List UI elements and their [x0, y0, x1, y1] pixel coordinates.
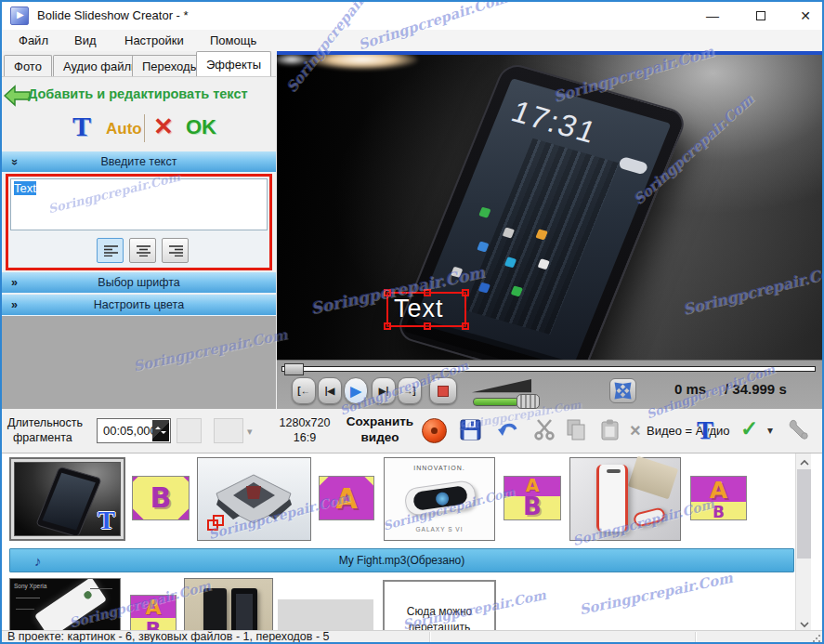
resize-handle[interactable]: [384, 322, 391, 330]
project-status: В проекте: картинок - 6, звуковых файлов…: [7, 630, 330, 643]
tools-icon[interactable]: [788, 418, 810, 441]
slide-text-badge: T: [98, 506, 115, 535]
editor-toolbar: T Auto ✕ OK: [2, 111, 276, 151]
video-preview[interactable]: 17:31 Text: [277, 51, 822, 360]
disabled-tool-button[interactable]: [177, 418, 202, 443]
menu-help[interactable]: Помощь: [204, 33, 262, 47]
ok-button[interactable]: OK: [186, 115, 216, 139]
video-audio-label: Видео = Аудио: [647, 424, 729, 438]
tab-photo[interactable]: Фото: [4, 55, 52, 76]
go-start-button[interactable]: [←: [292, 377, 316, 404]
align-left-button[interactable]: [97, 238, 124, 263]
empty-slot: [278, 599, 373, 630]
timeline-scrollbar[interactable]: [795, 453, 811, 630]
duration-label: Длительность фрагмента: [7, 416, 95, 445]
transition-thumbnail-4[interactable]: A B: [690, 476, 747, 520]
align-left-icon: [103, 244, 119, 256]
resize-handle[interactable]: [462, 289, 469, 296]
expand-icon: »: [11, 295, 18, 316]
auto-button[interactable]: Auto: [106, 120, 142, 138]
transition-thumbnail-1[interactable]: B: [132, 476, 190, 520]
add-text-tool-button[interactable]: T: [697, 416, 713, 445]
align-right-button[interactable]: [162, 238, 189, 263]
light-glare: [307, 55, 418, 70]
section-font[interactable]: » Выбор шрифта: [2, 272, 276, 294]
resize-grip[interactable]: [812, 634, 821, 643]
slide-thumbnail-2[interactable]: [197, 457, 311, 541]
seek-handle[interactable]: [284, 363, 304, 375]
transition-thumbnail-5[interactable]: A B: [130, 595, 177, 630]
menu-bar: Файл Вид Настройки Помощь: [2, 30, 822, 51]
minimize-button[interactable]: —: [697, 6, 728, 26]
apply-button[interactable]: ✓: [740, 416, 758, 441]
play-button[interactable]: ▶: [344, 377, 368, 404]
audio-track[interactable]: ♪ My Fight.mp3(Обрезано): [9, 548, 794, 572]
dropdown-caret-icon[interactable]: ▾: [247, 426, 253, 438]
spinner-buttons[interactable]: [152, 420, 169, 441]
transition-letter: B: [691, 503, 746, 520]
align-center-button[interactable]: [129, 238, 156, 263]
resize-handle[interactable]: [424, 322, 431, 330]
next-frame-button[interactable]: ▶|: [372, 377, 396, 404]
maximize-button[interactable]: [745, 6, 777, 26]
cancel-button[interactable]: ✕: [153, 112, 174, 141]
go-end-button[interactable]: →]: [398, 377, 422, 404]
drop-target-hint[interactable]: Сюда можно перетащить: [383, 580, 496, 630]
save-project-icon[interactable]: [459, 418, 482, 441]
duration-input[interactable]: 00:05,000: [97, 418, 171, 443]
tab-effects[interactable]: Эффекты: [196, 51, 271, 76]
scroll-down-button[interactable]: [796, 615, 812, 630]
resize-handle[interactable]: [384, 289, 391, 296]
volume-handle[interactable]: [517, 394, 540, 409]
text-input[interactable]: Text: [10, 178, 268, 230]
slide-thumbnail-1[interactable]: T: [9, 457, 125, 541]
galaxy-title: INNOVATION.: [385, 465, 494, 471]
paste-icon[interactable]: [598, 418, 621, 441]
menu-view[interactable]: Вид: [69, 33, 102, 47]
section-colors[interactable]: » Настроить цвета: [2, 295, 276, 316]
add-text-button[interactable]: T: [72, 111, 91, 142]
duration-value: 00:05,000: [103, 424, 157, 438]
transition-thumbnail-3[interactable]: A B: [504, 476, 561, 520]
transition-thumbnail-2[interactable]: A: [319, 476, 374, 520]
effect-badge-icon: [213, 515, 224, 526]
cut-icon[interactable]: [533, 418, 556, 441]
menu-settings[interactable]: Настройки: [119, 33, 190, 47]
seek-bar[interactable]: [281, 366, 816, 372]
resize-handle[interactable]: [462, 322, 469, 330]
collapse-icon: »: [11, 151, 18, 173]
editor-title: Добавить и редактировать текст: [28, 86, 248, 101]
slide-thumbnail-6[interactable]: [184, 578, 273, 630]
apply-dropdown-caret[interactable]: ▾: [767, 424, 773, 437]
text-overlay-selection[interactable]: Text: [386, 292, 466, 327]
copy-icon[interactable]: [565, 418, 588, 441]
fullscreen-button[interactable]: [609, 378, 636, 403]
record-save-video-button[interactable]: [422, 418, 447, 443]
text-editor-panel: Добавить и редактировать текст T Auto ✕ …: [2, 76, 276, 409]
scrollbar-thumb[interactable]: [797, 469, 811, 559]
mute-x-icon: ×: [630, 420, 641, 441]
transition-letter: B: [131, 618, 176, 630]
resize-handle[interactable]: [424, 289, 431, 296]
section-enter-text[interactable]: » Введите текст: [2, 151, 276, 173]
save-video-label: Сохранить видео: [342, 414, 418, 446]
transition-letter: B: [133, 481, 189, 514]
maximize-icon: [756, 11, 765, 20]
close-button[interactable]: ✕: [790, 6, 821, 26]
slide-thumbnail-4[interactable]: [569, 457, 681, 541]
panel-empty-area: [2, 316, 276, 410]
section-font-label: Выбор шрифта: [98, 276, 179, 289]
stop-button[interactable]: [429, 377, 457, 404]
transition-letter: A: [691, 477, 746, 504]
transition-letter: A: [131, 596, 176, 619]
transition-letter: B: [504, 493, 560, 520]
menu-file[interactable]: Файл: [13, 33, 54, 47]
xperia-label: Sony Xperia: [14, 583, 46, 589]
volume-slider[interactable]: [473, 398, 519, 406]
prev-frame-button[interactable]: |◀: [318, 377, 342, 404]
slide-thumbnail-5[interactable]: Sony Xperia: [9, 578, 121, 630]
disabled-tool-button[interactable]: [214, 418, 243, 443]
scroll-up-button[interactable]: [796, 453, 812, 468]
slide-thumbnail-3[interactable]: INNOVATION. GALAXY S VI: [384, 457, 495, 541]
undo-icon[interactable]: [496, 418, 520, 441]
